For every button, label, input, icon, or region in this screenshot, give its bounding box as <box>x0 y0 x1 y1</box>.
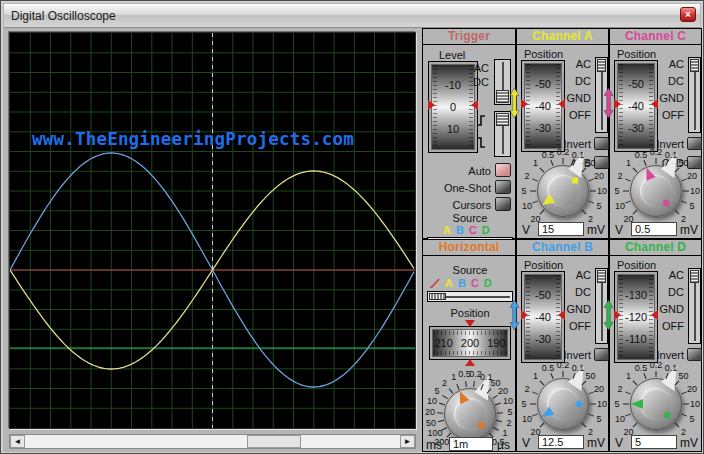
knob-scale-label: 50 <box>586 371 596 381</box>
position-label: Position <box>617 48 656 60</box>
knob-tick <box>550 373 553 379</box>
horizontal-drum-face[interactable]: 210200190 <box>432 329 508 357</box>
coupling-label: AC <box>669 58 684 71</box>
horizontal-position-drum[interactable]: 210200190 <box>429 326 511 360</box>
drum-value: -40 <box>628 100 644 112</box>
channel-a-position-arrow[interactable] <box>509 88 520 118</box>
position-label: Position <box>524 48 563 60</box>
knob-tick <box>437 412 443 413</box>
horizontal-position-label: Position <box>423 307 517 319</box>
trigger-level-drum[interactable]: -10010 <box>428 61 478 153</box>
coupling-label: OFF <box>569 320 591 333</box>
close-button[interactable]: × <box>680 7 696 22</box>
channel-d-drum-face[interactable]: -130-120-110 <box>617 274 655 360</box>
rising-edge-icon <box>475 113 487 127</box>
volts-unit: V <box>522 223 530 237</box>
channel-b-position-arrow[interactable] <box>509 300 520 330</box>
titlebar[interactable]: Digital Oscilloscope × <box>4 4 700 28</box>
one-shot-button[interactable] <box>495 180 511 194</box>
knob-scale-label: 5 <box>597 414 602 424</box>
knob-scale-label: 2 <box>442 378 447 388</box>
channel-c-coupling-slider[interactable] <box>688 57 701 133</box>
trigger-panel: Trigger Level -10010 AC DC Auto <box>422 28 516 239</box>
cursors-button[interactable] <box>495 197 511 211</box>
channel-b-coupling-labels: ACDCGNDOFF <box>561 269 591 333</box>
knob-tick <box>465 381 467 387</box>
waveform-display: www.TheEngineeringProjects.com <box>9 32 416 429</box>
knob-scale-label: 10 <box>690 186 700 196</box>
millivolts-unit: mV <box>587 223 605 237</box>
knob-tick <box>656 158 657 164</box>
drum-value: -30 <box>535 333 551 345</box>
knob-tick <box>588 178 594 181</box>
auto-button[interactable] <box>495 163 511 177</box>
knob-tick <box>681 391 687 394</box>
drum-value: -40 <box>535 100 551 112</box>
horizontal-title: Horizontal <box>423 240 515 256</box>
channel-b-coupling-thumb[interactable] <box>597 270 606 283</box>
drum-value: -50 <box>628 78 644 90</box>
coupling-label: OFF <box>569 109 591 122</box>
drum-left-pointer <box>428 100 435 110</box>
knob-tick <box>625 414 631 417</box>
channel-d-coupling-slider[interactable] <box>688 268 701 344</box>
knob-scale-label: 20 <box>594 171 604 181</box>
knob-tick <box>590 404 596 405</box>
trigger-edge-thumb[interactable] <box>496 113 509 126</box>
knob-scale-label: 50 <box>679 371 689 381</box>
knob-scale-label: 1 <box>451 372 456 382</box>
source-letter: B <box>456 224 464 236</box>
knob-tick <box>456 384 459 390</box>
channel-b-panel: Channel B Position -50-40-30 ACDCGNDOFF … <box>516 239 609 452</box>
drum-value: 190 <box>487 337 505 349</box>
knob-tick <box>643 160 646 166</box>
knob-tick <box>563 158 564 164</box>
horizontal-source-slider-thumb[interactable] <box>429 293 446 300</box>
knob-tick <box>442 395 448 399</box>
channel-b-drum-face[interactable]: -50-40-30 <box>524 274 562 360</box>
channel-c-drum-face[interactable]: -50-40-30 <box>617 63 655 149</box>
scroll-right-button[interactable]: ► <box>400 435 415 448</box>
knob-scale-label: 10 <box>597 399 607 409</box>
drum-left-pointer <box>614 99 621 109</box>
coupling-label: GND <box>660 92 684 105</box>
horizontal-source-slider[interactable] <box>427 291 513 302</box>
knob-scale-label: 10 <box>597 186 607 196</box>
knob-scale-label: 1 <box>533 158 538 168</box>
knob-tick <box>539 167 544 172</box>
drum-right-pointer <box>471 100 478 110</box>
position-label: Position <box>524 259 563 271</box>
channel-d-coupling-thumb[interactable] <box>690 270 699 283</box>
knob-scale-label: 50 <box>679 158 689 168</box>
trigger-coupling-thumb[interactable] <box>496 90 509 103</box>
channel-a-coupling-labels: ACDCGNDOFF <box>561 58 591 122</box>
drum-value: -50 <box>535 78 551 90</box>
trigger-ac-label: AC <box>459 62 489 74</box>
scroll-left-button[interactable]: ◄ <box>10 435 25 448</box>
volts-unit: V <box>615 436 623 450</box>
source-letter: A <box>445 277 453 289</box>
knob-face-marker <box>572 177 578 183</box>
channel-c-coupling-thumb[interactable] <box>690 59 699 72</box>
channel-a-drum-face[interactable]: -50-40-30 <box>524 63 562 149</box>
knob-tick <box>496 420 502 422</box>
knob-scale-label: 0.1 <box>572 150 585 160</box>
knob-scale-label: 5 <box>434 386 439 396</box>
knob-scale-label: 0.5 <box>635 363 648 373</box>
falling-edge-icon <box>475 135 487 149</box>
channel-b-gain-value: 12.5 <box>538 435 584 449</box>
drum-value: -130 <box>625 289 647 301</box>
knob-scale-label: 20 <box>594 384 604 394</box>
oscilloscope-window: Digital Oscilloscope × www.TheEngineerin… <box>0 0 704 454</box>
knob-scale-label: 5 <box>597 201 602 211</box>
knob-tick <box>493 427 499 431</box>
channel-b-title: Channel B <box>517 240 608 256</box>
channel-d-position-arrow[interactable] <box>603 300 614 330</box>
knob-scale-label: 0.2 <box>650 147 663 157</box>
scrollbar-thumb[interactable] <box>247 435 301 448</box>
channel-a-coupling-thumb[interactable] <box>597 59 606 72</box>
knob-scale-label: 5 <box>690 201 695 211</box>
knob-tick <box>683 191 689 192</box>
horizontal-scrollbar[interactable]: ◄ ► <box>9 434 416 449</box>
channel-c-position-arrow[interactable] <box>603 88 614 118</box>
